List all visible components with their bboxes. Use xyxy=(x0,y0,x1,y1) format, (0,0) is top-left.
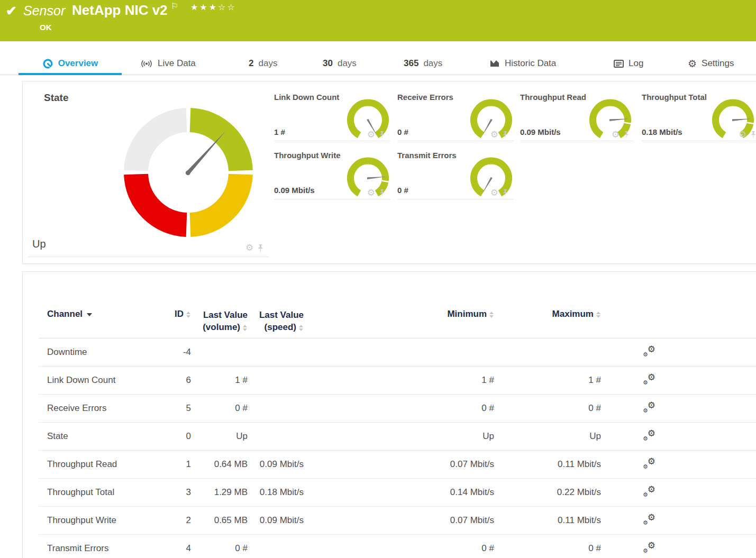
last-value-speed xyxy=(248,367,304,395)
last-value-volume: 1.29 MB xyxy=(192,479,248,507)
channel-settings-icon[interactable]: ⚙⚙ xyxy=(643,429,655,441)
tab-settings[interactable]: ⚙ Settings xyxy=(688,53,734,74)
channel-settings-icon[interactable]: ⚙⚙ xyxy=(643,458,655,469)
pin-icon[interactable] xyxy=(502,131,508,139)
maximum-value: 0.11 Mbit/s xyxy=(495,507,602,535)
last-value-volume: 0 # xyxy=(192,395,248,423)
pin-icon[interactable] xyxy=(379,189,385,197)
column-header-last-value-speed[interactable]: Last Value (speed) xyxy=(248,305,304,339)
pin-icon[interactable] xyxy=(623,131,630,139)
flag-icon[interactable]: ⚐ xyxy=(171,1,178,11)
tab-live-data[interactable]: Live Data xyxy=(140,53,196,74)
table-row: Transmit Errors 4 0 # 0 # 0 # ⚙⚙ xyxy=(39,535,756,558)
channel-id: 1 xyxy=(148,451,192,479)
channels-table-panel: Channel ID Last Value (volume) Last Valu… xyxy=(22,271,756,558)
channel-name[interactable]: Downtime xyxy=(39,339,148,367)
gauge-settings-icon[interactable]: ⚙ xyxy=(490,130,498,139)
tab-bar: Overview Live Data 2 days 30 days xyxy=(0,53,756,75)
tab-label: Live Data xyxy=(158,58,196,69)
column-header-id[interactable]: ID xyxy=(148,305,192,339)
minimum-value: 0.14 Mbit/s xyxy=(304,479,495,507)
status-check-icon: ✔ xyxy=(6,3,17,19)
gauge-value: 0.09 Mbit/s xyxy=(274,186,315,195)
last-value-speed xyxy=(248,535,304,558)
channel-settings-icon[interactable]: ⚙⚙ xyxy=(643,486,655,497)
gauge-settings-icon[interactable]: ⚙ xyxy=(612,130,620,139)
channel-name[interactable]: State xyxy=(39,423,148,451)
gauge-title: Throughput Write xyxy=(274,151,341,160)
gauge-settings-icon[interactable]: ⚙ xyxy=(245,243,253,252)
gauge-title: Throughput Total xyxy=(642,93,707,102)
maximum-value: 0 # xyxy=(495,535,602,558)
table-row: Receive Errors 5 0 # 0 # 0 # ⚙⚙ xyxy=(39,395,756,423)
gauge-title: Link Down Count xyxy=(274,93,339,102)
mini-gauge-card: Throughput Read 0.09 Mbit/s ⚙ xyxy=(520,90,634,141)
channel-settings-icon[interactable]: ⚙⚙ xyxy=(643,542,655,553)
channel-id: 3 xyxy=(148,479,192,507)
tab-2-days[interactable]: 2 days xyxy=(249,53,277,74)
column-header-last-value-volume[interactable]: Last Value (volume) xyxy=(192,305,248,339)
channel-id: 6 xyxy=(148,367,192,395)
channel-name[interactable]: Transmit Errors xyxy=(39,535,148,558)
maximum-value: 0 # xyxy=(495,395,602,423)
channel-id: -4 xyxy=(148,339,192,367)
gear-icon: ⚙ xyxy=(688,59,697,69)
channel-name[interactable]: Throughput Write xyxy=(39,507,148,535)
sort-arrows-icon xyxy=(299,325,304,331)
column-header-minimum[interactable]: Minimum xyxy=(304,305,495,339)
pin-icon[interactable] xyxy=(502,189,508,197)
channel-name[interactable]: Link Down Count xyxy=(39,367,148,395)
minimum-value: 0 # xyxy=(304,535,495,558)
sort-arrows-icon xyxy=(243,325,248,331)
channel-settings-icon[interactable]: ⚙⚙ xyxy=(643,514,655,525)
sort-arrows-icon xyxy=(186,312,191,318)
channel-settings-icon[interactable]: ⚙⚙ xyxy=(643,401,655,413)
pin-icon[interactable] xyxy=(379,131,385,139)
channel-name[interactable]: Throughput Read xyxy=(39,451,148,479)
minimum-value: 1 # xyxy=(304,367,495,395)
tab-log[interactable]: Log xyxy=(614,53,643,74)
table-row: Throughput Total 3 1.29 MB 0.18 Mbit/s 0… xyxy=(39,479,756,507)
maximum-value xyxy=(495,339,602,367)
column-header-maximum[interactable]: Maximum xyxy=(495,305,602,339)
column-header-channel[interactable]: Channel xyxy=(39,305,148,339)
gauge-settings-icon[interactable]: ⚙ xyxy=(367,130,375,139)
last-value-volume: 1 # xyxy=(192,367,248,395)
sensor-header: ✔ Sensor NetApp NIC v2 ⚐ ★★★☆☆ OK xyxy=(0,0,756,41)
log-list-icon xyxy=(614,60,624,68)
tab-historic-data[interactable]: Historic Data xyxy=(489,53,556,74)
gauge-value: 1 # xyxy=(274,127,285,136)
channel-id: 4 xyxy=(148,535,192,558)
last-value-speed xyxy=(248,423,304,451)
channel-name[interactable]: Receive Errors xyxy=(39,395,148,423)
gauge-settings-icon[interactable]: ⚙ xyxy=(490,188,498,197)
table-row: Link Down Count 6 1 # 1 # 1 # ⚙⚙ xyxy=(39,367,756,395)
tab-30-days[interactable]: 30 days xyxy=(323,53,357,74)
pin-icon[interactable] xyxy=(257,244,264,252)
gauge-title: State xyxy=(44,92,68,104)
gauge-title: Receive Errors xyxy=(397,93,453,102)
sort-arrows-icon xyxy=(489,312,494,318)
channel-settings-icon[interactable]: ⚙⚙ xyxy=(643,345,655,357)
tab-overview[interactable]: Overview xyxy=(19,53,122,74)
channel-name[interactable]: Throughput Total xyxy=(39,479,148,507)
gauge-value: 0 # xyxy=(397,186,408,195)
last-value-speed: 0.18 Mbit/s xyxy=(248,479,304,507)
gauge-settings-icon[interactable]: ⚙ xyxy=(739,130,746,139)
channel-id: 0 xyxy=(148,423,192,451)
gauge-settings-icon[interactable]: ⚙ xyxy=(367,188,375,197)
pin-icon[interactable] xyxy=(750,131,756,139)
gauge-value: Up xyxy=(32,238,46,250)
channel-settings-icon[interactable]: ⚙⚙ xyxy=(643,373,655,385)
tab-365-days[interactable]: 365 days xyxy=(404,53,442,74)
tab-label: Overview xyxy=(58,58,98,69)
last-value-volume: 0.65 MB xyxy=(192,507,248,535)
minimum-value xyxy=(304,339,495,367)
last-value-volume xyxy=(192,339,248,367)
priority-stars[interactable]: ★★★☆☆ xyxy=(190,2,236,12)
channels-table: Channel ID Last Value (volume) Last Valu… xyxy=(39,305,756,558)
last-value-volume: Up xyxy=(192,423,248,451)
broadcast-icon xyxy=(140,59,153,68)
last-value-volume: 0 # xyxy=(192,535,248,558)
channel-id: 2 xyxy=(148,507,192,535)
